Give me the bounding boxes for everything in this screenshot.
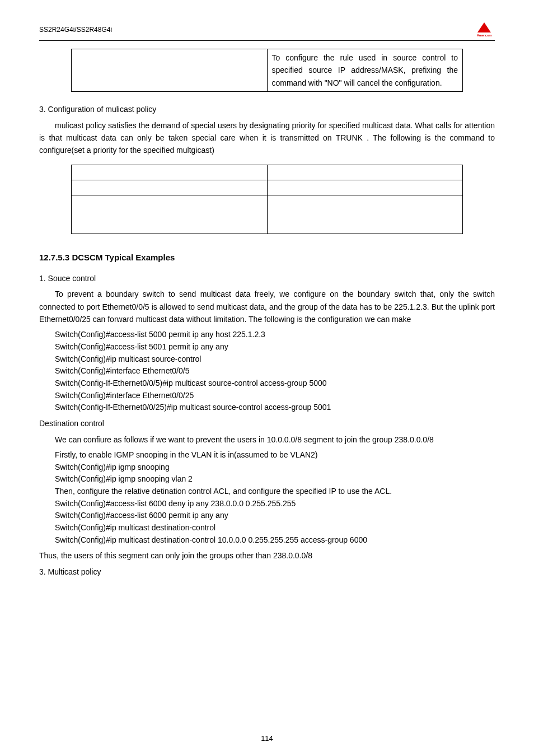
command-line: Switch(Config-If-Ethernet0/0/25)#ip mult…: [39, 402, 495, 414]
section3-body: mulicast policy satisfies the demand of …: [39, 119, 495, 157]
command-line: Switch(Config-If-Ethernet0/0/5)#ip multi…: [39, 377, 495, 390]
command-line: Then, configure the relative detination …: [39, 486, 495, 498]
command-line: Switch(Config)#ip multicast source-contr…: [39, 353, 495, 366]
destination-intro: We can confiure as follows if we want to…: [39, 433, 495, 446]
command-line: Switch(Config)#interface Ethernet0/0/5: [39, 365, 495, 377]
logo-text: Amer.com: [474, 33, 495, 39]
model-label: SS2R24G4i/SS2R48G4i: [39, 25, 112, 35]
destination-conclusion: Thus, the users of this segment can only…: [39, 549, 495, 562]
command-line: Switch(Config)#ip multicast destination-…: [39, 522, 495, 534]
command-line: Firstly, to enable IGMP snooping in the …: [39, 449, 495, 461]
table-cell: [267, 195, 463, 234]
table-cell: [72, 195, 268, 234]
table-cell-left: [72, 49, 268, 92]
table-cell: [267, 180, 463, 195]
page-header: SS2R24G4i/SS2R48G4i Amer.com: [39, 22, 495, 41]
table-cell-right: To configure the rule used in source con…: [267, 49, 463, 92]
logo-triangle-icon: [477, 22, 491, 32]
command-line: Switch(Config)#ip igmp snooping vlan 2: [39, 473, 495, 486]
command-line: Switch(Config)#access-list 6000 permit i…: [39, 510, 495, 522]
multicast-policy-title: 3. Multicast policy: [39, 566, 495, 578]
destination-control-title: Destination control: [39, 417, 495, 430]
table-cell: [72, 180, 268, 195]
command-line: Switch(Config)#interface Ethernet0/0/25: [39, 390, 495, 402]
table-cell: [267, 165, 463, 180]
command-line: Switch(Config)#ip multicast destination-…: [39, 534, 495, 547]
souce-control-title: 1. Souce control: [39, 272, 495, 284]
examples-heading: 12.7.5.3 DCSCM Typical Examples: [39, 251, 495, 264]
top-config-table: To configure the rule used in source con…: [71, 49, 463, 92]
command-line: Switch(Config)#access-list 6000 deny ip …: [39, 498, 495, 510]
section3-title: 3. Configuration of mulicast policy: [39, 103, 495, 115]
command-line: Switch(Config)#access-list 5000 permit i…: [39, 329, 495, 341]
table-cell: [72, 165, 268, 180]
page-number: 114: [0, 733, 534, 745]
souce-control-body: To prevent a boundary switch to send mul…: [39, 288, 495, 325]
command-line: Switch(Config)#access-list 5001 permit i…: [39, 341, 495, 353]
command-line: Switch(Config)#ip igmp snooping: [39, 461, 495, 474]
empty-command-table: [71, 165, 463, 234]
brand-logo: Amer.com: [474, 22, 495, 38]
